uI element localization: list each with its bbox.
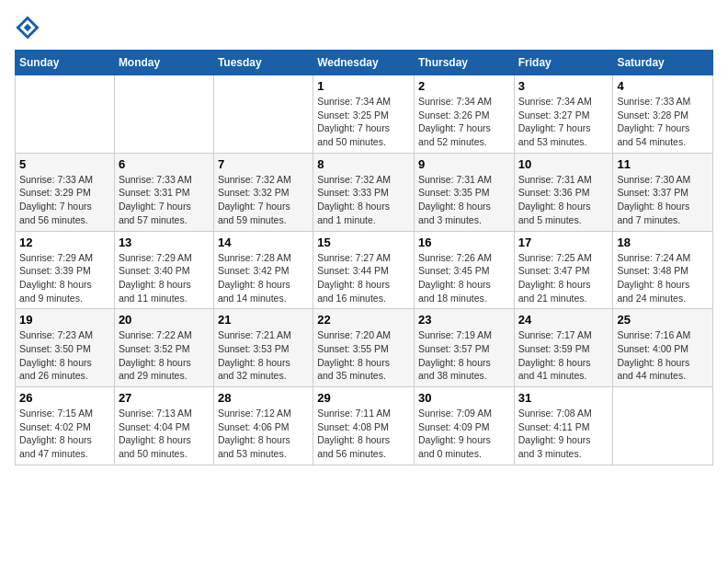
day-number: 19 — [19, 313, 110, 327]
day-info: Sunrise: 7:30 AM Sunset: 3:37 PM Dayligh… — [617, 173, 709, 227]
day-of-week-header: Tuesday — [213, 51, 313, 75]
day-info: Sunrise: 7:12 AM Sunset: 4:06 PM Dayligh… — [218, 407, 309, 461]
calendar-cell — [114, 75, 213, 154]
calendar-week-row: 26Sunrise: 7:15 AM Sunset: 4:02 PM Dayli… — [16, 387, 713, 465]
calendar-week-row: 5Sunrise: 7:33 AM Sunset: 3:29 PM Daylig… — [16, 153, 713, 231]
calendar-cell: 30Sunrise: 7:09 AM Sunset: 4:09 PM Dayli… — [414, 387, 514, 465]
day-number: 9 — [418, 157, 510, 171]
day-number: 22 — [317, 313, 410, 327]
calendar-cell: 31Sunrise: 7:08 AM Sunset: 4:11 PM Dayli… — [514, 387, 613, 465]
calendar-cell: 13Sunrise: 7:29 AM Sunset: 3:40 PM Dayli… — [114, 231, 213, 309]
day-info: Sunrise: 7:09 AM Sunset: 4:09 PM Dayligh… — [418, 407, 510, 461]
calendar-cell — [613, 387, 713, 465]
calendar-table: SundayMondayTuesdayWednesdayThursdayFrid… — [15, 50, 713, 465]
day-of-week-header: Monday — [114, 51, 213, 75]
day-info: Sunrise: 7:21 AM Sunset: 3:53 PM Dayligh… — [218, 328, 309, 383]
day-number: 20 — [119, 313, 210, 327]
day-info: Sunrise: 7:33 AM Sunset: 3:29 PM Dayligh… — [19, 173, 110, 227]
day-number: 25 — [617, 313, 709, 327]
calendar-cell: 29Sunrise: 7:11 AM Sunset: 4:08 PM Dayli… — [313, 387, 415, 465]
day-number: 26 — [19, 391, 110, 405]
day-info: Sunrise: 7:22 AM Sunset: 3:52 PM Dayligh… — [119, 328, 210, 383]
generalblue-logo-icon — [15, 15, 40, 40]
day-number: 3 — [518, 79, 609, 93]
day-number: 11 — [617, 157, 709, 171]
day-number: 30 — [418, 391, 510, 405]
calendar-week-row: 12Sunrise: 7:29 AM Sunset: 3:39 PM Dayli… — [16, 231, 713, 309]
day-number: 21 — [218, 313, 309, 327]
day-info: Sunrise: 7:31 AM Sunset: 3:36 PM Dayligh… — [518, 173, 609, 227]
day-info: Sunrise: 7:29 AM Sunset: 3:40 PM Dayligh… — [119, 251, 210, 305]
day-info: Sunrise: 7:13 AM Sunset: 4:04 PM Dayligh… — [119, 407, 210, 461]
calendar-cell: 5Sunrise: 7:33 AM Sunset: 3:29 PM Daylig… — [16, 153, 115, 231]
day-number: 15 — [317, 236, 410, 249]
day-number: 27 — [119, 391, 210, 405]
calendar-cell: 24Sunrise: 7:17 AM Sunset: 3:59 PM Dayli… — [514, 309, 613, 387]
calendar-cell: 15Sunrise: 7:27 AM Sunset: 3:44 PM Dayli… — [313, 231, 415, 309]
day-number: 14 — [218, 236, 309, 249]
calendar-cell: 26Sunrise: 7:15 AM Sunset: 4:02 PM Dayli… — [16, 387, 115, 465]
calendar-cell: 19Sunrise: 7:23 AM Sunset: 3:50 PM Dayli… — [16, 309, 115, 387]
day-info: Sunrise: 7:33 AM Sunset: 3:31 PM Dayligh… — [119, 173, 210, 227]
calendar-cell: 21Sunrise: 7:21 AM Sunset: 3:53 PM Dayli… — [213, 309, 313, 387]
calendar-cell: 22Sunrise: 7:20 AM Sunset: 3:55 PM Dayli… — [313, 309, 415, 387]
day-info: Sunrise: 7:28 AM Sunset: 3:42 PM Dayligh… — [218, 251, 309, 305]
calendar-cell: 6Sunrise: 7:33 AM Sunset: 3:31 PM Daylig… — [114, 153, 213, 231]
day-info: Sunrise: 7:17 AM Sunset: 3:59 PM Dayligh… — [518, 328, 609, 383]
calendar-cell: 10Sunrise: 7:31 AM Sunset: 3:36 PM Dayli… — [514, 153, 613, 231]
day-number: 13 — [119, 236, 210, 249]
calendar-cell: 20Sunrise: 7:22 AM Sunset: 3:52 PM Dayli… — [114, 309, 213, 387]
day-info: Sunrise: 7:08 AM Sunset: 4:11 PM Dayligh… — [518, 407, 609, 461]
calendar-cell: 9Sunrise: 7:31 AM Sunset: 3:35 PM Daylig… — [414, 153, 514, 231]
day-info: Sunrise: 7:15 AM Sunset: 4:02 PM Dayligh… — [19, 407, 110, 461]
day-of-week-header: Thursday — [414, 51, 514, 75]
calendar-cell: 12Sunrise: 7:29 AM Sunset: 3:39 PM Dayli… — [16, 231, 115, 309]
day-info: Sunrise: 7:34 AM Sunset: 3:25 PM Dayligh… — [317, 95, 410, 149]
calendar-cell: 8Sunrise: 7:32 AM Sunset: 3:33 PM Daylig… — [313, 153, 415, 231]
day-info: Sunrise: 7:11 AM Sunset: 4:08 PM Dayligh… — [317, 407, 410, 461]
day-info: Sunrise: 7:34 AM Sunset: 3:27 PM Dayligh… — [518, 95, 609, 149]
calendar-cell: 4Sunrise: 7:33 AM Sunset: 3:28 PM Daylig… — [613, 75, 713, 154]
calendar-cell: 17Sunrise: 7:25 AM Sunset: 3:47 PM Dayli… — [514, 231, 613, 309]
day-number: 16 — [418, 236, 510, 249]
day-number: 12 — [19, 236, 110, 249]
calendar-cell: 11Sunrise: 7:30 AM Sunset: 3:37 PM Dayli… — [613, 153, 713, 231]
day-info: Sunrise: 7:29 AM Sunset: 3:39 PM Dayligh… — [19, 251, 110, 305]
day-number: 31 — [518, 391, 609, 405]
day-number: 2 — [418, 79, 510, 93]
day-of-week-header: Sunday — [16, 51, 115, 75]
calendar-cell: 18Sunrise: 7:24 AM Sunset: 3:48 PM Dayli… — [613, 231, 713, 309]
calendar-cell: 7Sunrise: 7:32 AM Sunset: 3:32 PM Daylig… — [213, 153, 313, 231]
day-of-week-header: Saturday — [613, 51, 713, 75]
day-number: 7 — [218, 157, 309, 171]
calendar-week-row: 19Sunrise: 7:23 AM Sunset: 3:50 PM Dayli… — [16, 309, 713, 387]
day-info: Sunrise: 7:24 AM Sunset: 3:48 PM Dayligh… — [617, 251, 709, 305]
day-number: 6 — [119, 157, 210, 171]
day-info: Sunrise: 7:20 AM Sunset: 3:55 PM Dayligh… — [317, 328, 410, 383]
day-info: Sunrise: 7:26 AM Sunset: 3:45 PM Dayligh… — [418, 251, 510, 305]
day-info: Sunrise: 7:32 AM Sunset: 3:32 PM Dayligh… — [218, 173, 309, 227]
day-of-week-header: Friday — [514, 51, 613, 75]
day-info: Sunrise: 7:33 AM Sunset: 3:28 PM Dayligh… — [617, 95, 709, 149]
day-info: Sunrise: 7:32 AM Sunset: 3:33 PM Dayligh… — [317, 173, 410, 227]
calendar-cell: 28Sunrise: 7:12 AM Sunset: 4:06 PM Dayli… — [213, 387, 313, 465]
day-info: Sunrise: 7:25 AM Sunset: 3:47 PM Dayligh… — [518, 251, 609, 305]
day-info: Sunrise: 7:19 AM Sunset: 3:57 PM Dayligh… — [418, 328, 510, 383]
calendar-cell: 23Sunrise: 7:19 AM Sunset: 3:57 PM Dayli… — [414, 309, 514, 387]
day-number: 10 — [518, 157, 609, 171]
day-info: Sunrise: 7:23 AM Sunset: 3:50 PM Dayligh… — [19, 328, 110, 383]
day-info: Sunrise: 7:16 AM Sunset: 4:00 PM Dayligh… — [617, 328, 709, 383]
days-header-row: SundayMondayTuesdayWednesdayThursdayFrid… — [16, 51, 713, 75]
day-info: Sunrise: 7:31 AM Sunset: 3:35 PM Dayligh… — [418, 173, 510, 227]
calendar-cell: 3Sunrise: 7:34 AM Sunset: 3:27 PM Daylig… — [514, 75, 613, 154]
logo — [15, 15, 42, 40]
day-number: 24 — [518, 313, 609, 327]
day-info: Sunrise: 7:27 AM Sunset: 3:44 PM Dayligh… — [317, 251, 410, 305]
calendar-cell: 27Sunrise: 7:13 AM Sunset: 4:04 PM Dayli… — [114, 387, 213, 465]
calendar-cell: 25Sunrise: 7:16 AM Sunset: 4:00 PM Dayli… — [613, 309, 713, 387]
day-number: 29 — [317, 391, 410, 405]
day-number: 28 — [218, 391, 309, 405]
calendar-cell: 2Sunrise: 7:34 AM Sunset: 3:26 PM Daylig… — [414, 75, 514, 154]
day-number: 23 — [418, 313, 510, 327]
day-number: 18 — [617, 236, 709, 249]
